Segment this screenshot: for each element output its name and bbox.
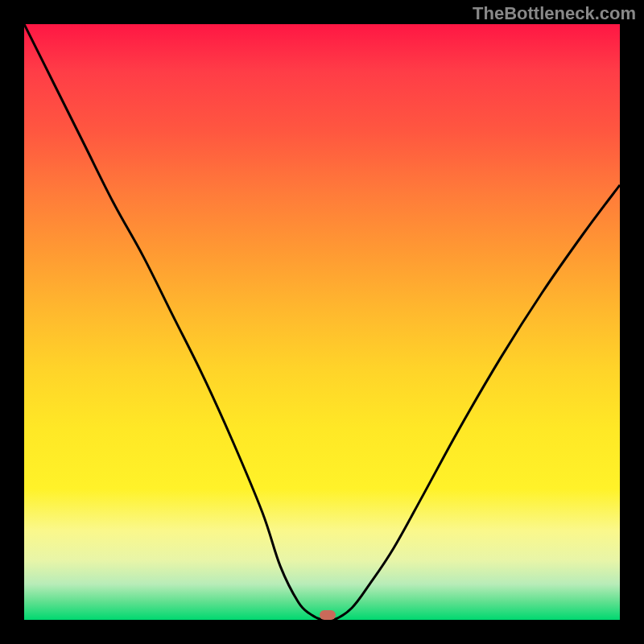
watermark-text: TheBottleneck.com [473,3,636,24]
bottleneck-curve [24,24,620,620]
curve-svg [24,24,620,620]
plot-area [24,24,620,620]
optimal-point-marker [320,610,336,620]
